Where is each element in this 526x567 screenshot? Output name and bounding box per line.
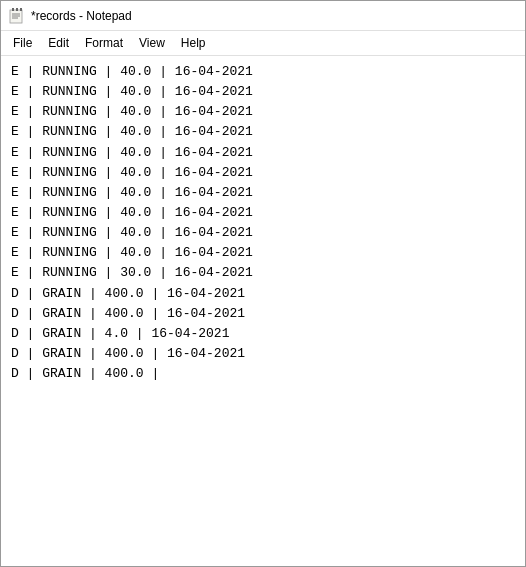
text-line: E | RUNNING | 40.0 | 16-04-2021 (11, 143, 515, 163)
text-line: E | RUNNING | 40.0 | 16-04-2021 (11, 122, 515, 142)
svg-rect-0 (10, 10, 22, 23)
text-line: D | GRAIN | 400.0 | 16-04-2021 (11, 284, 515, 304)
text-line: D | GRAIN | 400.0 | (11, 364, 515, 384)
menu-format[interactable]: Format (77, 33, 131, 53)
text-line: E | RUNNING | 40.0 | 16-04-2021 (11, 82, 515, 102)
text-line: E | RUNNING | 40.0 | 16-04-2021 (11, 163, 515, 183)
text-line: D | GRAIN | 4.0 | 16-04-2021 (11, 324, 515, 344)
text-line: E | RUNNING | 40.0 | 16-04-2021 (11, 183, 515, 203)
notepad-icon (9, 8, 25, 24)
notepad-window: *records - Notepad File Edit Format View… (0, 0, 526, 567)
svg-rect-2 (16, 8, 18, 11)
text-line: E | RUNNING | 40.0 | 16-04-2021 (11, 223, 515, 243)
text-content-area[interactable]: E | RUNNING | 40.0 | 16-04-2021E | RUNNI… (1, 56, 525, 566)
text-line: E | RUNNING | 40.0 | 16-04-2021 (11, 203, 515, 223)
window-title: *records - Notepad (31, 9, 132, 23)
svg-rect-1 (12, 8, 14, 11)
menu-bar: File Edit Format View Help (1, 31, 525, 56)
text-line: D | GRAIN | 400.0 | 16-04-2021 (11, 344, 515, 364)
menu-view[interactable]: View (131, 33, 173, 53)
text-line: D | GRAIN | 400.0 | 16-04-2021 (11, 304, 515, 324)
text-line: E | RUNNING | 40.0 | 16-04-2021 (11, 102, 515, 122)
menu-edit[interactable]: Edit (40, 33, 77, 53)
title-bar: *records - Notepad (1, 1, 525, 31)
svg-rect-3 (20, 8, 22, 11)
menu-file[interactable]: File (5, 33, 40, 53)
text-line: E | RUNNING | 40.0 | 16-04-2021 (11, 62, 515, 82)
text-line: E | RUNNING | 30.0 | 16-04-2021 (11, 263, 515, 283)
menu-help[interactable]: Help (173, 33, 214, 53)
text-line: E | RUNNING | 40.0 | 16-04-2021 (11, 243, 515, 263)
